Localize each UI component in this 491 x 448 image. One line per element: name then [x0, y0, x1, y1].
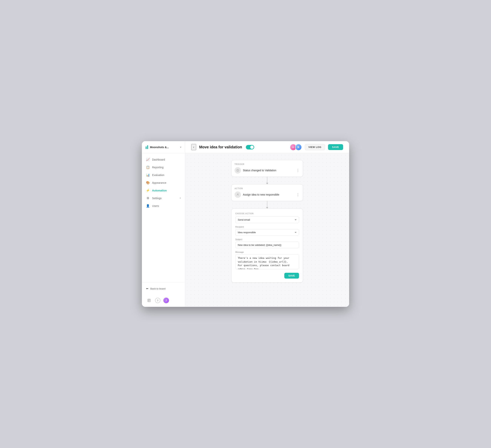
arrow-line-2 [267, 201, 267, 207]
save-card-button[interactable]: SAVE [284, 273, 299, 279]
arrow-head-1 [266, 183, 268, 184]
settings-chevron-icon: ▾ [180, 197, 181, 199]
user-avatar[interactable]: J [163, 298, 169, 303]
sidebar-item-label-reporting: Reporting [152, 166, 163, 169]
evaluation-icon: 📊 [146, 173, 150, 177]
arrow-line-1 [267, 177, 267, 183]
brand-name: Moonshots &... [150, 146, 169, 149]
logo-bar-2 [147, 145, 148, 149]
sidebar-item-automation[interactable]: ⚡ Automation [142, 187, 185, 194]
sidebar-bottom: ⬅ Back to board [142, 282, 185, 295]
choose-action-label: CHOOSE ACTION [235, 212, 299, 215]
action-label: ACTION [235, 187, 300, 190]
reporting-icon: 📋 [146, 165, 150, 169]
sidebar-footer: ? J [142, 295, 185, 307]
trigger-icon-circle [235, 167, 241, 174]
page-title: Move idea for validation [199, 145, 242, 149]
app-logo-icon [146, 145, 148, 149]
sidebar-logo[interactable]: Moonshots &... ▾ [142, 141, 185, 153]
header-avatars: A B [290, 144, 302, 151]
save-header-button[interactable]: SAVE [328, 144, 343, 150]
sidebar-item-label-dashboard: Dashboard [152, 158, 165, 161]
sidebar-item-settings[interactable]: ⚙ Settings ▾ [142, 194, 185, 202]
card-footer: SAVE [235, 273, 299, 279]
automation-icon: ⚡ [146, 189, 150, 192]
action-menu-button[interactable]: ⋮ [296, 192, 300, 197]
action-icon-circle [235, 192, 241, 198]
dashboard-icon: 📈 [146, 158, 150, 161]
action-user-icon [236, 193, 239, 196]
back-button[interactable]: ‹ [191, 144, 196, 150]
sidebar-item-label-settings: Settings [152, 197, 162, 200]
action-type-select[interactable]: Send email Send notification Assign user [235, 217, 299, 223]
subject-label: Subject [235, 238, 299, 241]
action-type-group: Send email Send notification Assign user [235, 217, 299, 223]
sidebar-item-label-users: Users [152, 204, 159, 207]
view-log-button[interactable]: VIEW LOG [305, 144, 325, 150]
users-icon: 👤 [146, 204, 150, 208]
trigger-arrow-icon [236, 169, 239, 172]
sidebar-nav: 📈 Dashboard 📋 Reporting 📊 Evaluation 🎨 A… [142, 153, 185, 282]
sidebar-item-label-appearance: Appearance [152, 181, 166, 184]
help-icon[interactable]: ? [155, 298, 160, 303]
recipient-select[interactable]: Idea responsible Board admin Custom emai… [235, 229, 299, 236]
avatar-blue: B [295, 144, 302, 150]
sidebar-item-label-evaluation: Evaluation [152, 174, 164, 177]
trigger-card: TRIGGER Status changed to Validation ⋮ [231, 160, 303, 177]
message-group: Message There's a new idea waiting for y… [235, 251, 299, 270]
subject-group: Subject [235, 238, 299, 248]
choose-action-card: CHOOSE ACTION Send email Send notificati… [231, 209, 303, 283]
trigger-label: TRIGGER [235, 163, 300, 165]
action-card: ACTION Assign idea to new responsible ⋮ [231, 184, 303, 201]
recipient-label: Recipient [235, 226, 299, 228]
toggle-knob [250, 146, 254, 149]
trigger-text: Status changed to Validation [243, 169, 294, 172]
trigger-card-body: Status changed to Validation ⋮ [235, 167, 300, 174]
flow-arrow-1 [266, 177, 268, 184]
automation-toggle[interactable] [246, 145, 254, 149]
action-card-body: Assign idea to new responsible ⋮ [235, 192, 300, 198]
message-label: Message [235, 251, 299, 253]
sidebar-item-users[interactable]: 👤 Users [142, 202, 185, 210]
settings-icon: ⚙ [146, 196, 150, 200]
trigger-menu-button[interactable]: ⋮ [296, 168, 300, 173]
message-textarea[interactable]: There's a new idea waiting for your vali… [235, 254, 299, 269]
flow-arrow-2 [266, 201, 268, 209]
main-content: ‹ Move idea for validation A B VIEW LOG … [185, 141, 349, 307]
logo-bar-1 [146, 146, 147, 149]
sidebar: Moonshots &... ▾ 📈 Dashboard 📋 Reporting… [142, 141, 185, 307]
sidebar-item-dashboard[interactable]: 📈 Dashboard [142, 156, 185, 163]
back-to-board-button[interactable]: ⬅ Back to board [146, 285, 181, 292]
sidebar-item-label-automation: Automation [152, 189, 167, 192]
appearance-icon: 🎨 [146, 181, 150, 184]
subject-input[interactable] [235, 242, 299, 248]
sidebar-item-evaluation[interactable]: 📊 Evaluation [142, 171, 185, 179]
svg-point-4 [237, 169, 239, 172]
sidebar-item-reporting[interactable]: 📋 Reporting [142, 163, 185, 171]
svg-point-5 [237, 194, 238, 195]
brand-chevron-icon[interactable]: ▾ [180, 146, 181, 148]
sidebar-item-appearance[interactable]: 🎨 Appearance [142, 179, 185, 187]
content-area: TRIGGER Status changed to Validation ⋮ [185, 153, 349, 307]
notes-icon[interactable] [146, 297, 152, 303]
avatar-2: B [295, 144, 302, 151]
flow-container: TRIGGER Status changed to Validation ⋮ [231, 160, 303, 283]
arrow-head-2 [266, 207, 268, 209]
action-text: Assign idea to new responsible [243, 193, 294, 196]
recipient-group: Recipient Idea responsible Board admin C… [235, 226, 299, 236]
back-to-board-icon: ⬅ [146, 287, 149, 290]
header: ‹ Move idea for validation A B VIEW LOG … [185, 141, 349, 153]
back-to-board-label: Back to board [150, 287, 165, 290]
